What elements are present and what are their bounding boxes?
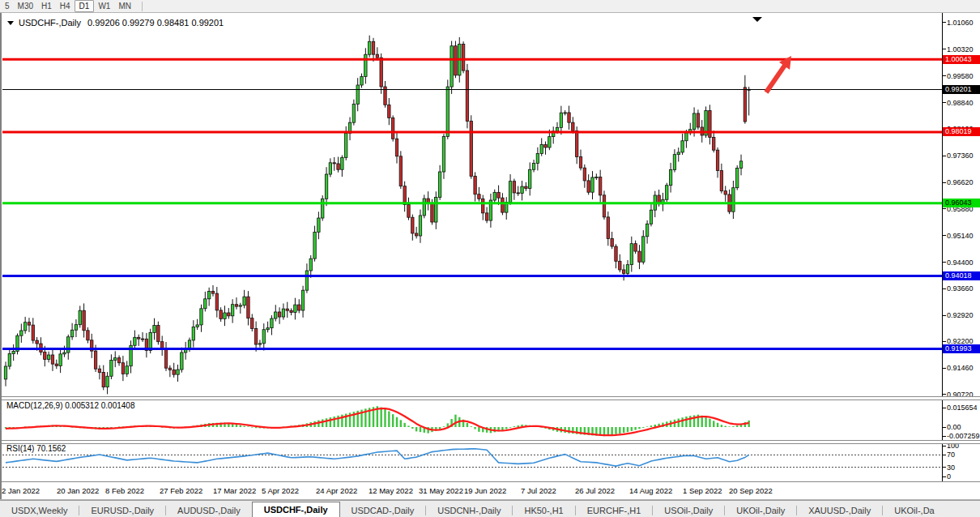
- price-axis-tick: 0.95140: [947, 232, 974, 240]
- symbol-tab-usdchf-daily[interactable]: USDCHF-,Daily: [252, 502, 340, 517]
- macd-axis-tick: 0.00: [947, 423, 961, 431]
- price-axis-tick: 0.94400: [947, 258, 974, 267]
- price-level-badge: 0.91993: [943, 344, 980, 353]
- timeframe-button-d1[interactable]: D1: [75, 0, 95, 12]
- price-axis-tick: 0.92920: [947, 311, 974, 319]
- date-axis-tick: 12 May 2022: [369, 486, 413, 495]
- axis-tick-mark: [942, 408, 946, 408]
- date-axis-tick: 19 Jun 2022: [464, 486, 506, 495]
- pane-separator: [0, 481, 980, 482]
- price-axis-tick: 0.98840: [947, 99, 974, 107]
- date-axis-tick: 2 Jan 2022: [2, 486, 40, 495]
- symbol-tab-bar: USDX,WeeklyEURUSD-,DailyAUDUSD-,DailyUSD…: [0, 500, 980, 517]
- timeframe-button-m30[interactable]: M30: [14, 1, 37, 11]
- date-axis-tick: 1 Sep 2022: [683, 486, 722, 495]
- rsi-axis-tick: 70: [947, 451, 955, 459]
- axis-tick-mark: [942, 75, 946, 76]
- date-axis-tick: 5 Apr 2022: [262, 486, 299, 495]
- axis-tick-mark: [942, 315, 946, 316]
- date-axis-tick: 27 Feb 2022: [160, 486, 202, 495]
- chart-title: USDCHF-,Daily 0.99206 0.99279 0.98481 0.…: [7, 18, 224, 28]
- axis-tick-mark: [942, 436, 946, 437]
- date-axis-tick: 8 Feb 2022: [105, 486, 144, 495]
- chart-symbol-label: USDCHF-,Daily: [19, 18, 81, 28]
- axis-tick-mark: [942, 156, 946, 156]
- price-axis-tick: 0.99580: [947, 72, 974, 80]
- axis-tick-mark: [942, 476, 946, 477]
- price-pane[interactable]: [2, 13, 942, 397]
- date-axis-tick: 14 Aug 2022: [629, 486, 672, 495]
- symbol-tab-eurchf-h1[interactable]: EURCHF-,H1: [576, 504, 653, 517]
- timeframe-button-5[interactable]: 5: [1, 1, 14, 11]
- date-axis-tick: 24 Apr 2022: [316, 486, 357, 495]
- symbol-tab-hk50-h1[interactable]: HK50-,H1: [513, 504, 574, 517]
- symbol-tab-ukoil-daily[interactable]: UKOil-,Daily: [725, 504, 796, 517]
- rsi-axis-tick: 30: [947, 464, 955, 472]
- timeframe-button-mn[interactable]: MN: [114, 1, 135, 11]
- date-axis-tick: 20 Jan 2022: [57, 486, 99, 495]
- price-level-badge: 1.00043: [943, 55, 980, 64]
- chart-ohlc-values: 0.99206 0.99279 0.98481 0.99201: [87, 18, 224, 28]
- pane-separator[interactable]: [0, 396, 980, 400]
- timeframe-button-h1[interactable]: H1: [37, 1, 56, 11]
- price-axis-tick: 0.96620: [947, 178, 974, 186]
- timeframe-button-h4[interactable]: H4: [56, 1, 75, 11]
- price-axis-tick: 0.93660: [947, 284, 974, 293]
- symbol-tab-usoil-daily[interactable]: USOil-,Daily: [653, 504, 724, 517]
- chart-frame-left: [0, 12, 2, 499]
- price-axis-tick: 1.00320: [947, 45, 974, 53]
- symbol-tab-xauusd-daily[interactable]: XAUUSD-,Daily: [797, 504, 882, 517]
- price-level-badge: 0.96043: [943, 199, 980, 207]
- date-axis-tick: 7 Jul 2022: [521, 486, 556, 495]
- pane-separator[interactable]: [0, 440, 980, 444]
- date-axis-tick: 26 Jul 2022: [575, 486, 615, 495]
- price-level-badge: 0.94018: [943, 271, 980, 280]
- axis-tick-mark: [942, 208, 946, 209]
- axis-tick-mark: [942, 455, 946, 455]
- trading-platform-window: 5M30H1H4D1W1MN USDCHF-,Daily 0.99206 0.9…: [0, 0, 980, 517]
- axis-tick-mark: [942, 49, 946, 49]
- axis-tick-mark: [942, 262, 946, 263]
- macd-indicator-label: MACD(12,26,9) 0.005312 0.001408: [6, 401, 134, 410]
- symbol-tab-usdx-weekly[interactable]: USDX,Weekly: [0, 504, 79, 517]
- axis-tick-mark: [942, 102, 946, 103]
- macd-pane[interactable]: [2, 399, 942, 440]
- price-axis-tick: 0.91460: [947, 364, 974, 372]
- price-axis-tick: 0.97360: [947, 152, 974, 160]
- symbol-tab-usdcnh-daily[interactable]: USDCNH-,Daily: [426, 504, 512, 517]
- axis-tick-mark: [942, 427, 946, 428]
- date-axis-tick: 31 May 2022: [419, 486, 463, 495]
- axis-tick-mark: [942, 467, 946, 468]
- axis-tick-mark: [942, 22, 946, 23]
- rsi-axis-tick: 0: [947, 472, 951, 481]
- symbol-tab-audusd-daily[interactable]: AUDUSD-,Daily: [166, 504, 252, 517]
- price-level-badge: 0.98019: [943, 127, 980, 136]
- axis-tick-mark: [942, 235, 946, 236]
- price-axis-tick: 1.01060: [947, 19, 974, 27]
- axis-tick-mark: [942, 394, 946, 395]
- date-axis-tick: 20 Sep 2022: [729, 486, 773, 495]
- toolbar-separator: [142, 2, 143, 11]
- symbol-tab-eurusd-daily[interactable]: EURUSD-,Daily: [79, 504, 165, 517]
- rsi-indicator-label: RSI(14) 70.1562: [6, 444, 66, 453]
- axis-tick-mark: [942, 288, 946, 289]
- symbol-tab-usdcad-daily[interactable]: USDCAD-,Daily: [340, 504, 426, 517]
- axis-tick-mark: [942, 341, 946, 342]
- timeframe-toolbar: 5M30H1H4D1W1MN: [0, 0, 980, 13]
- timeframe-button-w1[interactable]: W1: [94, 1, 114, 11]
- axis-tick-mark: [942, 182, 946, 183]
- rsi-pane[interactable]: [2, 442, 942, 481]
- axis-tick-mark: [942, 446, 946, 446]
- date-axis-tick: 17 Mar 2022: [213, 486, 256, 495]
- price-level-badge: 0.99201: [943, 85, 980, 94]
- macd-axis-tick: -0.007259: [947, 432, 980, 440]
- macd-axis-tick: 0.015654: [947, 404, 978, 412]
- axis-tick-mark: [942, 368, 946, 369]
- price-axis-line: [942, 13, 943, 481]
- collapse-triangle-icon[interactable]: [7, 21, 14, 25]
- symbol-tab-ukoil-da[interactable]: UKOil-,Da: [883, 504, 946, 517]
